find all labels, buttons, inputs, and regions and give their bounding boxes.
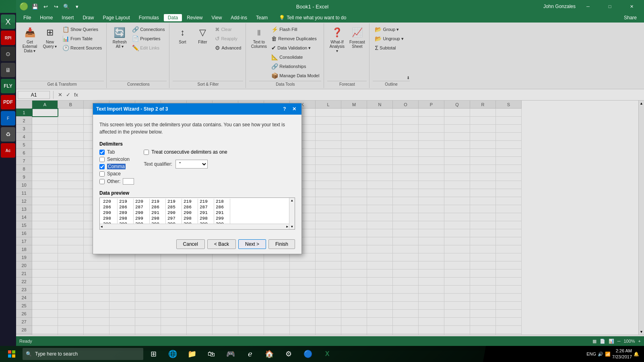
maximize-button[interactable]: □ — [601, 0, 619, 13]
menu-insert[interactable]: Insert — [58, 14, 78, 21]
menu-draw[interactable]: Draw — [78, 14, 98, 21]
preview-cell: 298 — [198, 216, 214, 221]
finish-button[interactable]: Finish — [268, 239, 295, 249]
comma-checkbox[interactable] — [99, 164, 105, 169]
tab-checkbox-row: Tab — [99, 149, 134, 155]
preview-row: 220219220219219219219218 — [101, 199, 289, 204]
preview-scroll-left[interactable]: ◄ — [100, 224, 103, 229]
network-icon[interactable]: 📶 — [605, 352, 611, 357]
menu-data[interactable]: Data — [164, 14, 182, 21]
close-button[interactable]: ✕ — [622, 0, 641, 13]
right-options-section: Treat consecutive delimiters as one Text… — [144, 141, 295, 186]
start-button[interactable] — [2, 346, 22, 362]
menu-file[interactable]: File — [19, 14, 35, 21]
preview-cell: 298 — [150, 216, 166, 221]
svg-rect-2 — [8, 354, 11, 358]
other-checkbox[interactable] — [99, 179, 105, 184]
dialog-help-button[interactable]: ? — [281, 105, 289, 113]
text-qualifier-row: Text qualifier: " ' {none} — [144, 160, 295, 169]
menu-add-ins[interactable]: Add-ins — [227, 14, 251, 21]
preview-scroll-up[interactable]: ▲ — [290, 198, 294, 203]
store-button[interactable]: 🛍 — [202, 346, 221, 362]
dialog-overlay: Text Import Wizard - Step 2 of 3 ? ✕ Thi… — [0, 23, 644, 351]
data-preview-title: Data preview — [99, 190, 295, 196]
preview-cell: 298 — [101, 216, 118, 221]
windows-logo-icon — [8, 350, 16, 358]
tab-checkbox[interactable] — [99, 150, 105, 155]
cancel-button[interactable]: Cancel — [176, 239, 205, 249]
taskbar-search[interactable]: 🔍 Type here to search — [23, 348, 143, 360]
dropdown-icon[interactable]: ▾ — [72, 2, 81, 11]
menu-review[interactable]: Review — [183, 14, 206, 21]
consecutive-label[interactable]: Treat consecutive delimiters as one — [151, 149, 227, 155]
space-label[interactable]: Space — [107, 171, 121, 177]
ie-button[interactable]: ℯ — [241, 346, 259, 362]
preview-row: 290289290291290290291291 — [101, 210, 289, 216]
lightbulb-icon: 💡 — [279, 15, 285, 21]
preview-cell: 286 — [150, 204, 166, 210]
preview-cell: 298 — [182, 216, 198, 221]
dialog-title-bar: Text Import Wizard - Step 2 of 3 ? ✕ — [93, 103, 301, 115]
tell-me[interactable]: 💡 Tell me what you want to do — [279, 15, 346, 21]
share-button[interactable]: Share — [620, 14, 641, 21]
dialog-close-button[interactable]: ✕ — [290, 105, 298, 113]
back-button[interactable]: < Back — [207, 239, 236, 249]
preview-vscroll[interactable]: ▲ ▼ — [289, 198, 295, 229]
menu-team[interactable]: Team — [252, 14, 272, 21]
task-view-button[interactable]: ⊞ — [144, 346, 163, 362]
title-bar: 🟢 💾 ↩ ↪ 🔍 ▾ Book1 - Excel John Gonzales … — [16, 0, 644, 13]
file-explorer-button[interactable]: 📁 — [183, 346, 201, 362]
preview-scroll-down[interactable]: ▼ — [290, 224, 294, 229]
comma-label[interactable]: Comma — [107, 164, 126, 169]
preview-hscroll[interactable]: ◄ ► — [100, 224, 289, 229]
delimiters-area: Delimiters Tab Semicolon Comma — [99, 141, 295, 186]
notification-icon[interactable]: 🔔 — [634, 352, 639, 357]
consecutive-checkbox[interactable] — [144, 150, 149, 155]
customize-icon[interactable]: 🔍 — [62, 2, 71, 11]
title-bar-left: 🟢 💾 ↩ ↪ 🔍 ▾ — [19, 2, 81, 11]
menu-formulas[interactable]: Formulas — [135, 14, 163, 21]
preview-cell: 220 — [101, 199, 118, 204]
preview-cell: 291 — [150, 210, 166, 216]
preview-cell: 220 — [134, 199, 150, 204]
svg-rect-0 — [8, 350, 11, 354]
clock-time: 2:26 AM — [612, 348, 632, 354]
undo-icon[interactable]: ↩ — [41, 2, 50, 11]
minimize-button[interactable]: ─ — [579, 0, 597, 13]
next-button[interactable]: Next > — [238, 239, 266, 249]
games-button[interactable]: 🎮 — [221, 346, 240, 362]
text-qualifier-select[interactable]: " ' {none} — [175, 160, 208, 169]
taskbar-clock[interactable]: 2:26 AM 7/23/2017 — [612, 348, 632, 360]
excel-taskbar-button[interactable]: X — [318, 346, 336, 362]
preview-cell: 290 — [166, 210, 182, 216]
preview-cell: 219 — [150, 199, 166, 204]
menu-home[interactable]: Home — [36, 14, 57, 21]
preview-cell: 298 — [118, 216, 134, 221]
browser-button[interactable]: 🔵 — [299, 346, 317, 362]
settings-button[interactable]: ⚙ — [279, 346, 298, 362]
edge-button[interactable]: 🌐 — [163, 346, 182, 362]
volume-icon[interactable]: 🔊 — [598, 352, 603, 357]
svg-rect-3 — [12, 354, 15, 358]
space-checkbox[interactable] — [99, 171, 105, 177]
other-input[interactable] — [123, 178, 134, 185]
preview-cell: 287 — [134, 204, 150, 210]
save-icon[interactable]: 💾 — [31, 2, 39, 11]
preview-cell: 286 — [182, 204, 198, 210]
menu-page-layout[interactable]: Page Layout — [99, 14, 134, 21]
semicolon-checkbox[interactable] — [99, 157, 105, 162]
menu-view[interactable]: View — [208, 14, 226, 21]
preview-scroll-right[interactable]: ► — [285, 224, 289, 229]
redo-icon[interactable]: ↪ — [52, 2, 60, 11]
preview-cell: 290 — [101, 210, 118, 216]
search-placeholder: Type here to search — [35, 351, 78, 357]
preview-cell: 297 — [166, 216, 182, 221]
preview-cell: 219 — [198, 199, 214, 204]
semicolon-checkbox-row: Semicolon — [99, 156, 134, 162]
preview-cell: 290 — [134, 210, 150, 216]
other-label[interactable]: Other: — [107, 179, 120, 184]
space-checkbox-row: Space — [99, 171, 134, 177]
tab-label[interactable]: Tab — [107, 149, 115, 155]
semicolon-label[interactable]: Semicolon — [107, 156, 130, 162]
home-button[interactable]: 🏠 — [260, 346, 279, 362]
